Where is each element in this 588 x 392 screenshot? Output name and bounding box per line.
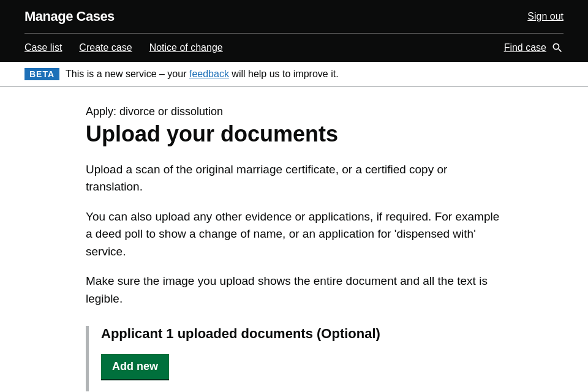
nav-item-create-case[interactable]: Create case (79, 34, 149, 62)
feedback-link[interactable]: feedback (189, 69, 229, 79)
page-subtitle: Apply: divorce or dissolution (86, 105, 502, 118)
beta-text: This is a new service – your feedback wi… (66, 69, 339, 80)
section-card-title: Applicant 1 uploaded documents (Optional… (101, 326, 502, 342)
nav-item-notice-of-change[interactable]: Notice of change (149, 34, 240, 62)
beta-tag: BETA (24, 68, 59, 80)
page-title: Upload your documents (86, 122, 502, 146)
nav-links: Case list Create case Notice of change (24, 34, 240, 62)
add-new-button[interactable]: Add new (101, 354, 169, 379)
sign-out-link[interactable]: Sign out (527, 11, 564, 22)
nav-item-case-list[interactable]: Case list (24, 34, 79, 62)
header-top: Manage Cases Sign out (24, 0, 564, 33)
body-text-1: Upload a scan of the original marriage c… (86, 161, 502, 196)
header: Manage Cases Sign out Case list Create c… (0, 0, 588, 62)
nav-bar: Case list Create case Notice of change F… (24, 33, 564, 62)
section-card: Applicant 1 uploaded documents (Optional… (86, 326, 502, 391)
body-text-3: Make sure the image you upload shows the… (86, 273, 502, 307)
beta-banner: BETA This is a new service – your feedba… (0, 62, 588, 87)
search-icon (551, 42, 564, 54)
body-text-2: You can also upload any other evidence o… (86, 208, 502, 261)
site-title: Manage Cases (24, 9, 115, 24)
main-content: Apply: divorce or dissolution Upload you… (61, 87, 527, 392)
find-case-area[interactable]: Find case (504, 42, 564, 54)
find-case-link[interactable]: Find case (504, 42, 546, 53)
